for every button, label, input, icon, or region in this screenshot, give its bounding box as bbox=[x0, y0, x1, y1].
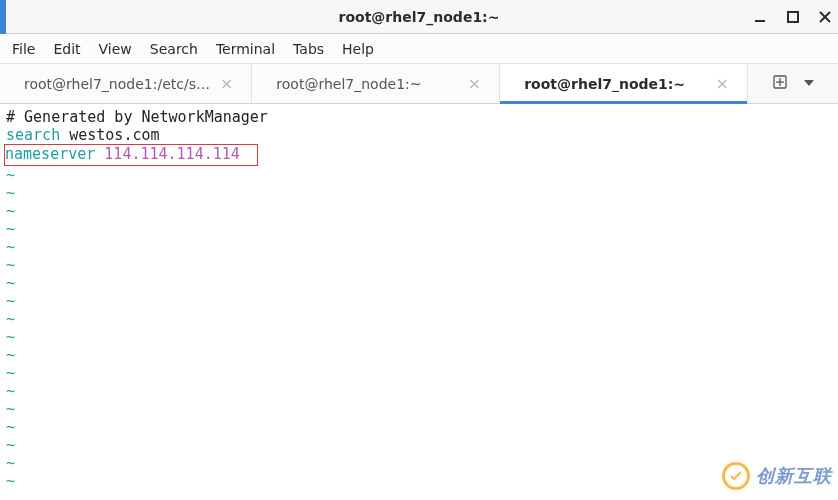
titlebar: root@rhel7_node1:~ bbox=[0, 0, 838, 34]
svg-marker-7 bbox=[804, 80, 814, 86]
minimize-button[interactable] bbox=[754, 10, 768, 24]
watermark-logo-icon bbox=[722, 462, 750, 490]
editor-empty-line: ~ bbox=[6, 184, 832, 202]
menu-view[interactable]: View bbox=[99, 41, 132, 57]
editor-empty-line: ~ bbox=[6, 454, 832, 472]
tab-3[interactable]: root@rhel7_node1:~ × bbox=[500, 64, 748, 103]
menu-search[interactable]: Search bbox=[150, 41, 198, 57]
watermark: 创新互联 bbox=[722, 462, 832, 490]
editor-empty-line: ~ bbox=[6, 292, 832, 310]
tab-label: root@rhel7_node1:/etc/s… bbox=[24, 76, 210, 92]
titlebar-accent bbox=[0, 0, 6, 34]
search-keyword: search bbox=[6, 126, 60, 144]
editor-empty-line: ~ bbox=[6, 400, 832, 418]
tab-2[interactable]: root@rhel7_node1:~ × bbox=[252, 64, 500, 103]
watermark-text: 创新互联 bbox=[756, 464, 832, 488]
editor-empty-line: ~ bbox=[6, 166, 832, 184]
editor-empty-line: ~ bbox=[6, 364, 832, 382]
menu-edit[interactable]: Edit bbox=[53, 41, 80, 57]
window-title: root@rhel7_node1:~ bbox=[339, 9, 500, 25]
new-tab-area bbox=[748, 64, 838, 103]
editor-line: nameserver 114.114.114.114 bbox=[6, 144, 832, 166]
tab-1[interactable]: root@rhel7_node1:/etc/s… × bbox=[0, 64, 252, 103]
tab-close-icon[interactable]: × bbox=[458, 74, 481, 93]
tabs-bar: root@rhel7_node1:/etc/s… × root@rhel7_no… bbox=[0, 64, 838, 104]
editor-empty-line: ~ bbox=[6, 274, 832, 292]
editor-empty-line: ~ bbox=[6, 472, 832, 490]
menu-help[interactable]: Help bbox=[342, 41, 374, 57]
tab-label: root@rhel7_node1:~ bbox=[276, 76, 421, 92]
nameserver-ip: 114.114.114.114 bbox=[104, 145, 239, 163]
editor-empty-line: ~ bbox=[6, 256, 832, 274]
window-buttons bbox=[754, 0, 832, 34]
tab-label: root@rhel7_node1:~ bbox=[524, 76, 685, 92]
comment-text: # Generated by NetworkManager bbox=[6, 108, 268, 126]
editor-empty-line: ~ bbox=[6, 418, 832, 436]
editor-line: search westos.com bbox=[6, 126, 832, 144]
editor-empty-line: ~ bbox=[6, 220, 832, 238]
editor-empty-line: ~ bbox=[6, 436, 832, 454]
editor-empty-line: ~ bbox=[6, 346, 832, 364]
tab-close-icon[interactable]: × bbox=[210, 74, 233, 93]
editor-empty-line: ~ bbox=[6, 202, 832, 220]
nameserver-highlight-box: nameserver 114.114.114.114 bbox=[4, 144, 258, 166]
nameserver-keyword: nameserver bbox=[5, 145, 104, 163]
maximize-button[interactable] bbox=[786, 10, 800, 24]
tab-menu-button[interactable] bbox=[803, 74, 815, 93]
svg-rect-0 bbox=[755, 20, 765, 22]
menu-tabs[interactable]: Tabs bbox=[293, 41, 324, 57]
tab-close-icon[interactable]: × bbox=[706, 74, 729, 93]
editor-empty-line: ~ bbox=[6, 382, 832, 400]
editor-empty-line: ~ bbox=[6, 238, 832, 256]
new-tab-button[interactable] bbox=[771, 73, 789, 95]
menu-file[interactable]: File bbox=[12, 41, 35, 57]
svg-rect-1 bbox=[788, 12, 798, 22]
menu-terminal[interactable]: Terminal bbox=[216, 41, 275, 57]
editor-empty-line: ~ bbox=[6, 310, 832, 328]
editor-line: # Generated by NetworkManager bbox=[6, 108, 832, 126]
terminal-content[interactable]: # Generated by NetworkManager search wes… bbox=[0, 104, 838, 496]
search-arg: westos.com bbox=[60, 126, 159, 144]
menubar: File Edit View Search Terminal Tabs Help bbox=[0, 34, 838, 64]
close-button[interactable] bbox=[818, 10, 832, 24]
editor-empty-line: ~ bbox=[6, 328, 832, 346]
